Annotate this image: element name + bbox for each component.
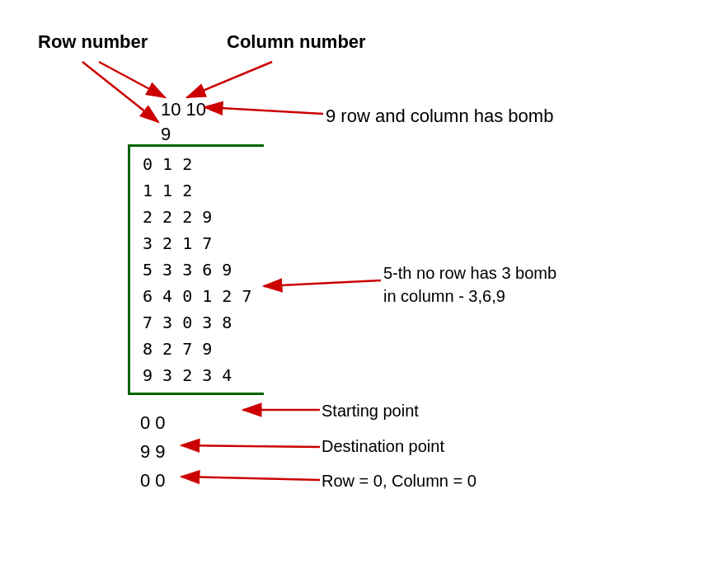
- matrix-row-8: 9 3 2 3 4: [143, 362, 251, 388]
- svg-line-3: [187, 62, 272, 97]
- destination-point-annotation: Destination point: [322, 437, 444, 456]
- grid-dimensions: 10 10: [161, 99, 206, 120]
- footer-line-2: 9 9: [140, 441, 166, 463]
- svg-line-8: [181, 477, 320, 480]
- svg-line-7: [181, 445, 320, 447]
- matrix-row-7: 8 2 7 9: [143, 336, 251, 362]
- row-col-annotation: Row = 0, Column = 0: [322, 472, 477, 491]
- fifth-row-annotation-line1: 5-th no row has 3 bomb: [383, 264, 556, 283]
- matrix-row-3: 3 2 1 7: [143, 230, 251, 256]
- matrix-row-2: 2 2 2 9: [143, 204, 251, 230]
- svg-line-2: [82, 62, 158, 122]
- grid-rows-count: 9: [161, 124, 171, 145]
- diagram: Row number Column number 10 10 9 9 row a…: [0, 0, 709, 588]
- column-number-label: Column number: [227, 31, 366, 53]
- footer-line-3: 0 0: [140, 470, 166, 492]
- svg-line-4: [204, 107, 323, 114]
- code-block: 0 1 2 1 1 2 2 2 2 9 3 2 1 7 5 3 3 6 9 6 …: [128, 144, 264, 395]
- svg-line-5: [264, 280, 381, 286]
- matrix-row-4: 5 3 3 6 9: [143, 256, 251, 283]
- bomb-annotation: 9 row and column has bomb: [326, 106, 553, 127]
- matrix-row-5: 6 4 0 1 2 7: [143, 283, 251, 309]
- arrows-svg: [0, 0, 709, 588]
- matrix-row-6: 7 3 0 3 8: [143, 309, 251, 336]
- matrix-row-1: 1 1 2: [143, 177, 251, 204]
- row-number-label: Row number: [38, 31, 148, 53]
- matrix-row-0: 0 1 2: [143, 151, 251, 177]
- svg-line-1: [99, 62, 165, 97]
- fifth-row-annotation-line2: in column - 3,6,9: [383, 287, 505, 306]
- footer-line-1: 0 0: [140, 412, 166, 434]
- starting-point-annotation: Starting point: [322, 402, 419, 421]
